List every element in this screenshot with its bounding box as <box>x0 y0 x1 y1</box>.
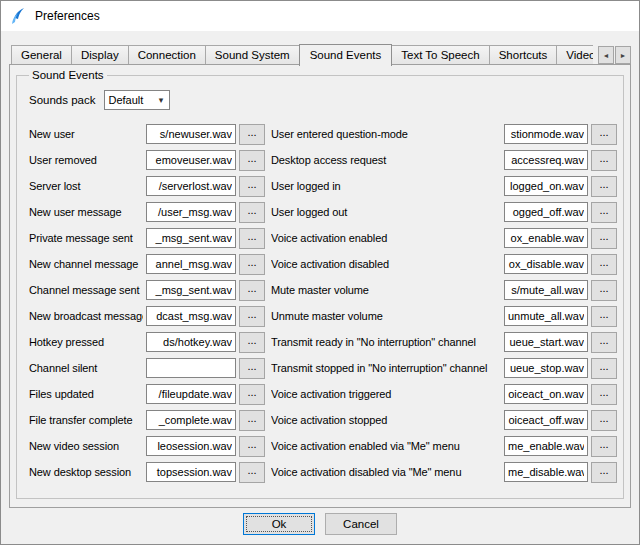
sound-event-row: User logged in ... <box>271 173 617 199</box>
sound-file-input[interactable] <box>504 358 588 378</box>
title-bar[interactable]: Preferences <box>1 1 639 31</box>
sound-event-label: Private message sent <box>29 232 143 244</box>
sound-event-label: Voice activation disabled via "Me" menu <box>271 466 501 478</box>
sound-event-row: Unmute master volume ... <box>271 303 617 329</box>
tab-connection[interactable]: Connection <box>128 45 206 64</box>
browse-button[interactable]: ... <box>591 176 617 197</box>
browse-button[interactable]: ... <box>591 462 617 483</box>
sounds-pack-select[interactable]: Default ▾ <box>104 90 170 110</box>
sound-event-row: Transmit ready in "No interruption" chan… <box>271 329 617 355</box>
tab-label: Sound Events <box>310 49 382 61</box>
browse-button[interactable]: ... <box>591 332 617 353</box>
browse-button[interactable]: ... <box>591 358 617 379</box>
sound-file-input[interactable] <box>504 254 588 274</box>
sound-file-input[interactable] <box>504 202 588 222</box>
sound-file-input[interactable] <box>504 436 588 456</box>
browse-button[interactable]: ... <box>239 410 265 431</box>
sound-file-input[interactable] <box>504 124 588 144</box>
browse-button[interactable]: ... <box>591 280 617 301</box>
sound-event-label: User logged in <box>271 180 501 192</box>
sound-event-row: New desktop session ... <box>29 459 265 485</box>
tab-display[interactable]: Display <box>71 45 129 64</box>
sound-file-input[interactable] <box>504 150 588 170</box>
browse-button[interactable]: ... <box>239 176 265 197</box>
tab-sound-events[interactable]: Sound Events <box>299 44 393 66</box>
sound-file-input[interactable] <box>504 410 588 430</box>
sound-event-label: New video session <box>29 440 143 452</box>
sound-file-input[interactable] <box>146 384 236 404</box>
browse-button[interactable]: ... <box>591 254 617 275</box>
browse-button[interactable]: ... <box>591 124 617 145</box>
sound-file-input[interactable] <box>504 306 588 326</box>
preferences-dialog: Preferences GeneralDisplayConnectionSoun… <box>0 0 640 545</box>
sound-file-input[interactable] <box>504 280 588 300</box>
sound-event-label: Transmit stopped in "No interruption" ch… <box>271 362 501 374</box>
tab-label: Video <box>566 49 593 61</box>
sound-file-input[interactable] <box>146 358 236 378</box>
sound-event-label: New broadcast message <box>29 310 143 322</box>
sound-event-row: Voice activation enabled ... <box>271 225 617 251</box>
sound-event-label: Voice activation stopped <box>271 414 501 426</box>
tab-shortcuts[interactable]: Shortcuts <box>489 45 558 64</box>
sound-file-input[interactable] <box>146 150 236 170</box>
browse-button[interactable]: ... <box>591 384 617 405</box>
sound-event-row: Voice activation stopped ... <box>271 407 617 433</box>
sound-file-input[interactable] <box>504 332 588 352</box>
browse-button[interactable]: ... <box>239 150 265 171</box>
browse-button[interactable]: ... <box>239 384 265 405</box>
browse-button[interactable]: ... <box>239 254 265 275</box>
right-column: User entered question-mode ... Desktop a… <box>271 121 617 485</box>
browse-button[interactable]: ... <box>239 228 265 249</box>
browse-button[interactable]: ... <box>239 306 265 327</box>
browse-button[interactable]: ... <box>591 150 617 171</box>
sound-event-label: Voice activation triggered <box>271 388 501 400</box>
browse-button[interactable]: ... <box>591 202 617 223</box>
sound-file-input[interactable] <box>504 384 588 404</box>
sound-file-input[interactable] <box>146 332 236 352</box>
tab-scroll-right-button[interactable]: ► <box>615 46 631 64</box>
browse-button[interactable]: ... <box>591 228 617 249</box>
sound-file-input[interactable] <box>146 436 236 456</box>
sound-event-row: Desktop access request ... <box>271 147 617 173</box>
browse-button[interactable]: ... <box>591 306 617 327</box>
browse-button[interactable]: ... <box>239 436 265 457</box>
sound-file-input[interactable] <box>146 410 236 430</box>
tab-general[interactable]: General <box>11 45 72 64</box>
browse-button[interactable]: ... <box>239 462 265 483</box>
sound-event-row: File transfer complete ... <box>29 407 265 433</box>
ok-button[interactable]: Ok <box>243 513 315 535</box>
footer: Ok Cancel <box>1 513 639 535</box>
sound-file-input[interactable] <box>146 280 236 300</box>
sound-file-input[interactable] <box>146 306 236 326</box>
browse-button[interactable]: ... <box>239 358 265 379</box>
sound-file-input[interactable] <box>146 176 236 196</box>
sound-event-row: User logged out ... <box>271 199 617 225</box>
sounds-pack-row: Sounds pack Default ▾ <box>29 89 617 111</box>
sound-file-input[interactable] <box>504 228 588 248</box>
tab-sound-system[interactable]: Sound System <box>205 45 300 64</box>
tab-label: Connection <box>138 49 196 61</box>
tab-pane: Sound Events Sounds pack Default ▾ New u… <box>9 64 631 508</box>
browse-button[interactable]: ... <box>239 280 265 301</box>
sound-file-input[interactable] <box>504 176 588 196</box>
tab-label: General <box>21 49 62 61</box>
left-column: New user ... User removed ... Server los… <box>29 121 265 485</box>
sound-file-input[interactable] <box>146 124 236 144</box>
sound-file-input[interactable] <box>504 462 588 482</box>
browse-button[interactable]: ... <box>591 410 617 431</box>
sound-file-input[interactable] <box>146 462 236 482</box>
cancel-button[interactable]: Cancel <box>325 513 397 535</box>
sound-event-label: Voice activation enabled via "Me" menu <box>271 440 501 452</box>
sound-file-input[interactable] <box>146 202 236 222</box>
tab-text-to-speech[interactable]: Text To Speech <box>391 45 489 64</box>
tab-video[interactable]: Video <box>556 45 593 64</box>
sound-file-input[interactable] <box>146 254 236 274</box>
browse-button[interactable]: ... <box>591 436 617 457</box>
browse-button[interactable]: ... <box>239 124 265 145</box>
browse-button[interactable]: ... <box>239 332 265 353</box>
sound-event-label: New user <box>29 128 143 140</box>
tab-bar: GeneralDisplayConnectionSound SystemSoun… <box>11 42 593 66</box>
tab-scroll-left-button[interactable]: ◄ <box>598 46 614 64</box>
browse-button[interactable]: ... <box>239 202 265 223</box>
sound-file-input[interactable] <box>146 228 236 248</box>
